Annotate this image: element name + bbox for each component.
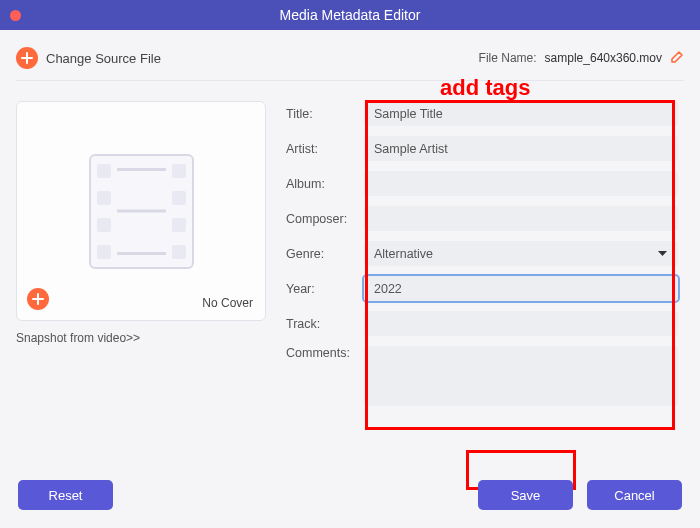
- change-source-file-button[interactable]: Change Source File: [16, 47, 161, 69]
- window-title: Media Metadata Editor: [0, 7, 700, 23]
- composer-label: Composer:: [286, 212, 364, 226]
- artist-input[interactable]: [364, 136, 678, 161]
- filename-value: sample_640x360.mov: [545, 51, 662, 65]
- comments-input[interactable]: [364, 346, 678, 406]
- composer-input[interactable]: [364, 206, 678, 231]
- year-label: Year:: [286, 282, 364, 296]
- comments-label: Comments:: [286, 346, 364, 360]
- genre-select[interactable]: [364, 241, 678, 266]
- track-input[interactable]: [364, 311, 678, 336]
- change-source-file-label: Change Source File: [46, 51, 161, 66]
- edit-filename-icon[interactable]: [670, 50, 684, 67]
- reset-button[interactable]: Reset: [18, 480, 113, 510]
- window-titlebar: Media Metadata Editor: [0, 0, 700, 30]
- close-window-icon[interactable]: [10, 10, 21, 21]
- film-icon: [89, 154, 194, 269]
- cover-art-placeholder: No Cover: [16, 101, 266, 321]
- save-button[interactable]: Save: [478, 480, 573, 510]
- album-label: Album:: [286, 177, 364, 191]
- plus-circle-icon: [27, 288, 49, 310]
- artist-label: Artist:: [286, 142, 364, 156]
- add-cover-button[interactable]: [27, 288, 49, 310]
- no-cover-label: No Cover: [202, 296, 253, 310]
- snapshot-from-video-link[interactable]: Snapshot from video>>: [16, 331, 266, 345]
- plus-circle-icon: [16, 47, 38, 69]
- title-label: Title:: [286, 107, 364, 121]
- genre-label: Genre:: [286, 247, 364, 261]
- cancel-button[interactable]: Cancel: [587, 480, 682, 510]
- title-input[interactable]: [364, 101, 678, 126]
- track-label: Track:: [286, 317, 364, 331]
- chevron-down-icon: [657, 245, 668, 263]
- filename-label: File Name:: [479, 51, 537, 65]
- album-input[interactable]: [364, 171, 678, 196]
- year-input[interactable]: [364, 276, 678, 301]
